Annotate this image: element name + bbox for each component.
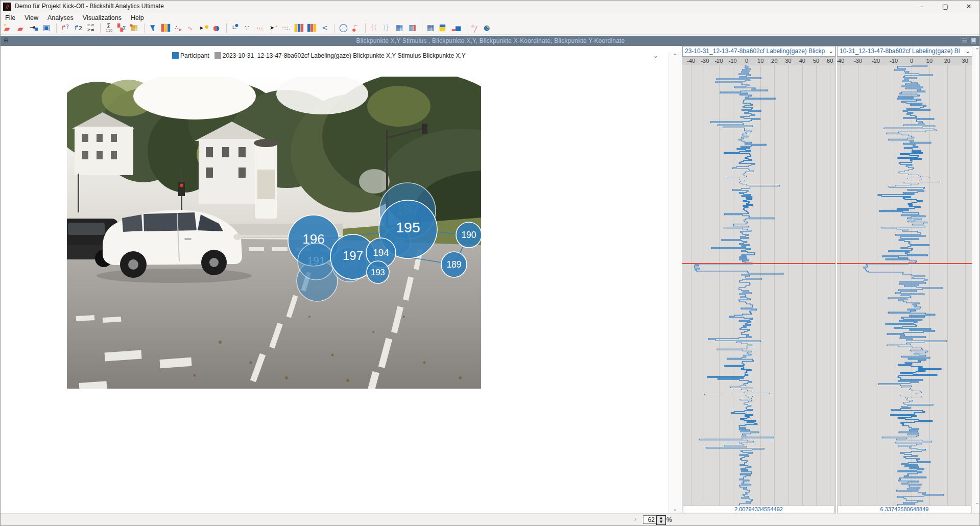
scroll-down-icon[interactable]: ⌄ — [669, 506, 681, 512]
stimulus-video-frame[interactable]: 187188195196191192197194193190189 — [67, 77, 481, 389]
legend-label: Participant — [180, 52, 209, 59]
menu-bar: FileViewAnalysesVisualizationsHelp — [1, 13, 980, 21]
sum-sigma-icon[interactable]: Σ110 — [104, 22, 115, 34]
trace-combo-y[interactable]: 10-31_12-13-47-8ba602cf Labeling(gaze) B… — [837, 46, 972, 57]
mini-bars-icon[interactable]: ▂▅ — [451, 22, 463, 34]
toolbar-separator — [422, 23, 422, 33]
bar-chart-icon[interactable]: ▌▌▌ — [160, 22, 172, 34]
axis-tick-label: -40 — [687, 58, 695, 64]
scroll-dash-icon[interactable]: – — [973, 499, 980, 506]
trace-plot-y[interactable] — [837, 65, 972, 506]
axis-tick-label: 40 — [799, 58, 805, 64]
scatter-select-icon[interactable]: ∴▸ — [173, 22, 185, 34]
pane-header[interactable]: ⊖ Blickpunkte X,Y Stimulus , Blickpunkte… — [1, 36, 980, 46]
toolbar-separator — [226, 23, 227, 33]
gaze-bubble-label: 194 — [373, 247, 389, 258]
lasso-icon[interactable]: ∿ — [186, 22, 198, 34]
sphere-icon[interactable]: ●◔ — [482, 22, 494, 34]
time-cursor-line[interactable] — [682, 263, 835, 264]
bracket-blue-icon[interactable]: )} — [381, 22, 393, 34]
axis-tick-label: -30 — [854, 58, 862, 64]
parallel-coords-2-icon[interactable]: ▌▌▌ — [306, 22, 318, 34]
trace-value-x: 2.00794334554492 — [683, 506, 834, 513]
gaze-bubble[interactable]: 191 — [298, 243, 334, 280]
gaze-bubble-label: 191 — [307, 255, 325, 267]
time-cursor-line[interactable] — [837, 263, 972, 264]
gaze-bubble-label: 190 — [461, 230, 476, 240]
ring-chart-icon[interactable]: ◯ — [338, 22, 349, 34]
table-icon[interactable]: ▦ — [394, 22, 406, 34]
restore-button[interactable]: ▢ — [934, 1, 957, 13]
pane-menu-icon[interactable]: ☰ — [962, 37, 967, 44]
minimize-button[interactable]: – — [910, 1, 934, 13]
scroll-right-icon[interactable]: › — [634, 516, 637, 523]
stimulus-vertical-scrollbar[interactable]: ⌃ ⌄ — [668, 52, 681, 513]
axis-tick-label: 20 — [771, 58, 777, 64]
rename-question-icon[interactable]: ↱? — [60, 22, 71, 34]
sum-blocks-icon[interactable]: ▚Σ — [116, 22, 128, 34]
stepper-down-icon[interactable]: ▼ — [657, 520, 665, 524]
pivot-grid-icon[interactable]: ▦▪ — [129, 22, 141, 34]
gaze-path-icon[interactable]: ➤∙ — [268, 22, 280, 34]
dots-orange-icon[interactable]: ⋯⋯ — [255, 22, 267, 34]
zoom-stepper[interactable]: ▲ ▼ — [656, 515, 666, 525]
axis-point-icon[interactable]: ∟● — [230, 22, 242, 34]
gaze-bubble[interactable]: 189 — [441, 252, 467, 277]
pane-dock-icon[interactable]: ▣ — [971, 37, 976, 44]
dots-series-icon[interactable]: ⋯⋯ — [281, 22, 293, 34]
scatter-dots-icon[interactable]: ∵ — [243, 22, 254, 34]
stepper-up-icon[interactable]: ▲ — [657, 516, 665, 520]
save-icon[interactable]: ▣ — [41, 22, 53, 34]
import-data-icon[interactable]: ⇥▪ — [29, 22, 40, 34]
magic-wand-icon[interactable]: ✧╱ — [469, 22, 481, 34]
close-button[interactable]: ✕ — [957, 1, 980, 13]
pendulum-icon[interactable]: ⌐● — [350, 22, 362, 34]
pie-circle-icon[interactable]: ●◗ — [211, 22, 223, 34]
axis-tick-label: -10 — [729, 58, 737, 64]
parallel-coords-icon[interactable]: ▌▌▌ — [294, 22, 305, 34]
scroll-up-icon[interactable]: ⌃ — [973, 47, 980, 54]
compare-operators-icon[interactable]: =<>≠ — [85, 22, 97, 34]
trace-vertical-scrollbar[interactable]: ⌃ – — [973, 46, 980, 513]
event-marker-icon[interactable]: ▸● — [199, 22, 210, 34]
gaze-bubble[interactable]: 193 — [367, 261, 389, 283]
gaze-trace — [682, 65, 835, 506]
filter-funnel-icon[interactable]: ▼▮ — [148, 22, 159, 34]
axis-tick-label: -20 — [872, 58, 880, 64]
trace-panel-y: 10-31_12-13-47-8ba602cf Labeling(gaze) B… — [837, 46, 972, 513]
zoom-value-input[interactable]: 62 — [643, 515, 656, 524]
flag-icon[interactable]: ▀▄ — [438, 22, 450, 34]
gaze-bubble-overlay[interactable]: 187188195196191192197194193190189 — [67, 77, 481, 389]
app-logo-icon: // — [3, 3, 11, 11]
axis-tick-label: -30 — [701, 58, 709, 64]
scroll-up-icon[interactable]: ⌃ — [669, 53, 681, 59]
trace-axis-y: -40-30-20-10010203040 — [837, 57, 972, 66]
trace-plot-x[interactable] — [682, 65, 835, 506]
bracket-scarlet-icon[interactable]: {( — [369, 22, 380, 34]
legend-item[interactable]: Participant — [172, 52, 209, 59]
stimulus-panel: Participant2023-10-31_12-13-47-8ba602cf … — [1, 46, 681, 513]
trace-combo-y-label: 10-31_12-13-47-8ba602cf Labeling(gaze) B… — [840, 47, 960, 55]
combo-chevron-icon: ⌄ — [828, 46, 833, 56]
trace-combo-x[interactable]: 23-10-31_12-13-47-8ba602cf Labeling(gaze… — [682, 46, 835, 57]
toolbar-separator — [466, 23, 466, 33]
grid-columns-icon[interactable]: ▦ — [425, 22, 437, 34]
toolbar-separator — [56, 23, 57, 33]
open-project-icon[interactable]: ▰ — [16, 22, 28, 34]
legend-item[interactable]: 2023-10-31_12-13-47-8ba602cf Labeling(ga… — [214, 52, 466, 59]
gaze-bubble[interactable]: 190 — [456, 222, 481, 248]
replace-question-icon[interactable]: ↱2 — [73, 22, 84, 34]
polyline-icon[interactable]: < — [319, 22, 331, 34]
table-bars-icon[interactable]: ▥▌ — [407, 22, 419, 34]
axis-tick-label: 0 — [745, 58, 748, 64]
bottom-bar: › 62 ▲ ▼ % — [1, 513, 980, 526]
axis-tick-label: 50 — [813, 58, 819, 64]
toolbar-separator — [144, 23, 145, 33]
new-project-icon[interactable]: ▰✶ — [3, 22, 15, 34]
window-titlebar: // Demo für Projekt Kick-Off - Blickshif… — [1, 1, 980, 13]
toolbar-separator — [334, 23, 334, 33]
pane-title: Blickpunkte X,Y Stimulus , Blickpunkte X… — [1, 37, 980, 44]
legend-expander-chevron-icon[interactable]: ⌄ — [653, 52, 658, 59]
trace-combo-x-label: 23-10-31_12-13-47-8ba602cf Labeling(gaze… — [685, 47, 825, 55]
gaze-bubble-label: 197 — [343, 249, 363, 262]
